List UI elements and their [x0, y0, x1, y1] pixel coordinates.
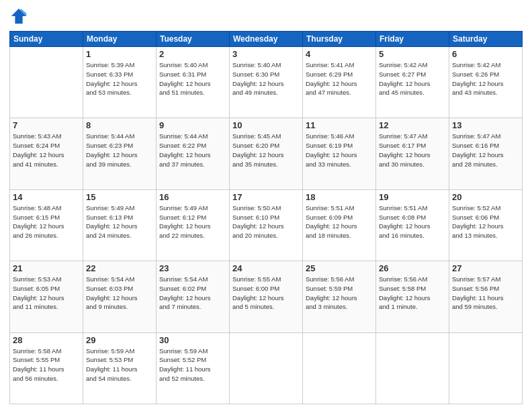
calendar-cell: 27Sunrise: 5:57 AMSunset: 5:56 PMDayligh… — [449, 261, 523, 332]
day-number: 9 — [159, 120, 226, 130]
header — [9, 7, 523, 26]
day-info: Sunrise: 5:49 AMSunset: 6:12 PMDaylight:… — [159, 203, 226, 240]
day-number: 13 — [452, 120, 519, 130]
calendar-cell: 1Sunrise: 5:39 AMSunset: 6:33 PMDaylight… — [83, 47, 157, 118]
calendar-cell: 5Sunrise: 5:42 AMSunset: 6:27 PMDaylight… — [376, 47, 449, 118]
weekday-header: Friday — [376, 32, 449, 47]
day-info: Sunrise: 5:58 AMSunset: 5:55 PMDaylight:… — [13, 347, 80, 383]
weekday-header: Monday — [83, 32, 157, 47]
day-number: 16 — [159, 192, 226, 202]
calendar-cell — [303, 332, 376, 404]
calendar-cell: 3Sunrise: 5:40 AMSunset: 6:30 PMDaylight… — [230, 47, 303, 118]
calendar-cell: 13Sunrise: 5:47 AMSunset: 6:16 PMDayligh… — [449, 118, 523, 189]
calendar-cell: 7Sunrise: 5:43 AMSunset: 6:24 PMDaylight… — [10, 118, 83, 189]
day-number: 7 — [13, 120, 80, 130]
day-info: Sunrise: 5:42 AMSunset: 6:26 PMDaylight:… — [452, 60, 519, 97]
day-number: 17 — [232, 192, 300, 202]
day-info: Sunrise: 5:45 AMSunset: 6:20 PMDaylight:… — [232, 132, 300, 169]
calendar-week: 14Sunrise: 5:48 AMSunset: 6:15 PMDayligh… — [10, 189, 523, 261]
svg-marker-0 — [11, 9, 26, 24]
calendar-cell: 11Sunrise: 5:46 AMSunset: 6:19 PMDayligh… — [303, 118, 376, 189]
day-number: 1 — [86, 49, 153, 59]
calendar-cell — [376, 332, 449, 404]
day-number: 23 — [159, 263, 226, 273]
day-info: Sunrise: 5:43 AMSunset: 6:24 PMDaylight:… — [13, 132, 80, 169]
day-number: 10 — [232, 120, 300, 130]
day-number: 18 — [306, 192, 373, 202]
day-number: 20 — [452, 192, 519, 202]
day-info: Sunrise: 5:48 AMSunset: 6:15 PMDaylight:… — [13, 203, 80, 240]
calendar-cell: 19Sunrise: 5:51 AMSunset: 6:08 PMDayligh… — [376, 189, 449, 261]
day-info: Sunrise: 5:44 AMSunset: 6:23 PMDaylight:… — [86, 132, 153, 169]
day-info: Sunrise: 5:59 AMSunset: 5:52 PMDaylight:… — [159, 347, 226, 383]
day-number: 14 — [13, 192, 80, 202]
calendar-week: 1Sunrise: 5:39 AMSunset: 6:33 PMDaylight… — [10, 47, 523, 118]
day-number: 22 — [86, 263, 153, 273]
day-number: 26 — [379, 263, 446, 273]
day-number: 27 — [452, 263, 519, 273]
weekday-header: Wednesday — [230, 32, 303, 47]
day-number: 15 — [86, 192, 153, 202]
logo-icon — [9, 7, 28, 26]
calendar-cell: 4Sunrise: 5:41 AMSunset: 6:29 PMDaylight… — [303, 47, 376, 118]
calendar-cell: 16Sunrise: 5:49 AMSunset: 6:12 PMDayligh… — [157, 189, 230, 261]
calendar-cell: 29Sunrise: 5:59 AMSunset: 5:53 PMDayligh… — [83, 332, 157, 404]
calendar-cell: 12Sunrise: 5:47 AMSunset: 6:17 PMDayligh… — [376, 118, 449, 189]
calendar-cell: 14Sunrise: 5:48 AMSunset: 6:15 PMDayligh… — [10, 189, 83, 261]
calendar-cell: 20Sunrise: 5:52 AMSunset: 6:06 PMDayligh… — [449, 189, 523, 261]
day-number: 12 — [379, 120, 446, 130]
weekday-header: Thursday — [303, 32, 376, 47]
day-number: 21 — [13, 263, 80, 273]
calendar-week: 28Sunrise: 5:58 AMSunset: 5:55 PMDayligh… — [10, 332, 523, 404]
day-info: Sunrise: 5:55 AMSunset: 6:00 PMDaylight:… — [232, 275, 300, 312]
day-info: Sunrise: 5:44 AMSunset: 6:22 PMDaylight:… — [159, 132, 226, 169]
day-info: Sunrise: 5:42 AMSunset: 6:27 PMDaylight:… — [379, 60, 446, 97]
calendar-cell: 8Sunrise: 5:44 AMSunset: 6:23 PMDaylight… — [83, 118, 157, 189]
day-number: 4 — [306, 49, 373, 59]
day-info: Sunrise: 5:57 AMSunset: 5:56 PMDaylight:… — [452, 275, 519, 312]
day-info: Sunrise: 5:41 AMSunset: 6:29 PMDaylight:… — [306, 60, 373, 97]
calendar-cell: 15Sunrise: 5:49 AMSunset: 6:13 PMDayligh… — [83, 189, 157, 261]
day-number: 29 — [86, 335, 153, 345]
day-info: Sunrise: 5:53 AMSunset: 6:05 PMDaylight:… — [13, 275, 80, 312]
weekday-header: Saturday — [449, 32, 523, 47]
day-number: 2 — [159, 49, 226, 59]
day-info: Sunrise: 5:47 AMSunset: 6:17 PMDaylight:… — [379, 132, 446, 169]
weekday-header: Sunday — [10, 32, 83, 47]
header-row: SundayMondayTuesdayWednesdayThursdayFrid… — [10, 32, 523, 47]
day-number: 30 — [159, 335, 226, 345]
page: SundayMondayTuesdayWednesdayThursdayFrid… — [0, 0, 532, 411]
calendar: SundayMondayTuesdayWednesdayThursdayFrid… — [9, 31, 523, 404]
calendar-cell — [449, 332, 523, 404]
calendar-cell: 18Sunrise: 5:51 AMSunset: 6:09 PMDayligh… — [303, 189, 376, 261]
calendar-cell: 28Sunrise: 5:58 AMSunset: 5:55 PMDayligh… — [10, 332, 83, 404]
calendar-cell: 26Sunrise: 5:56 AMSunset: 5:58 PMDayligh… — [376, 261, 449, 332]
calendar-cell: 22Sunrise: 5:54 AMSunset: 6:03 PMDayligh… — [83, 261, 157, 332]
calendar-week: 21Sunrise: 5:53 AMSunset: 6:05 PMDayligh… — [10, 261, 523, 332]
day-info: Sunrise: 5:40 AMSunset: 6:30 PMDaylight:… — [232, 60, 300, 97]
calendar-cell: 9Sunrise: 5:44 AMSunset: 6:22 PMDaylight… — [157, 118, 230, 189]
day-info: Sunrise: 5:47 AMSunset: 6:16 PMDaylight:… — [452, 132, 519, 169]
day-info: Sunrise: 5:49 AMSunset: 6:13 PMDaylight:… — [86, 203, 153, 240]
day-info: Sunrise: 5:50 AMSunset: 6:10 PMDaylight:… — [232, 203, 300, 240]
calendar-cell — [10, 47, 83, 118]
day-number: 8 — [86, 120, 153, 130]
calendar-cell: 21Sunrise: 5:53 AMSunset: 6:05 PMDayligh… — [10, 261, 83, 332]
day-info: Sunrise: 5:51 AMSunset: 6:09 PMDaylight:… — [306, 203, 373, 240]
day-number: 3 — [232, 49, 300, 59]
day-info: Sunrise: 5:54 AMSunset: 6:02 PMDaylight:… — [159, 275, 226, 312]
calendar-cell: 2Sunrise: 5:40 AMSunset: 6:31 PMDaylight… — [157, 47, 230, 118]
day-info: Sunrise: 5:52 AMSunset: 6:06 PMDaylight:… — [452, 203, 519, 240]
day-number: 6 — [452, 49, 519, 59]
logo — [9, 7, 31, 26]
day-number: 28 — [13, 335, 80, 345]
day-info: Sunrise: 5:56 AMSunset: 5:59 PMDaylight:… — [306, 275, 373, 312]
day-info: Sunrise: 5:46 AMSunset: 6:19 PMDaylight:… — [306, 132, 373, 169]
day-info: Sunrise: 5:40 AMSunset: 6:31 PMDaylight:… — [159, 60, 226, 97]
day-number: 19 — [379, 192, 446, 202]
calendar-cell: 17Sunrise: 5:50 AMSunset: 6:10 PMDayligh… — [230, 189, 303, 261]
calendar-cell: 30Sunrise: 5:59 AMSunset: 5:52 PMDayligh… — [157, 332, 230, 404]
calendar-cell: 6Sunrise: 5:42 AMSunset: 6:26 PMDaylight… — [449, 47, 523, 118]
day-number: 11 — [306, 120, 373, 130]
day-number: 25 — [306, 263, 373, 273]
